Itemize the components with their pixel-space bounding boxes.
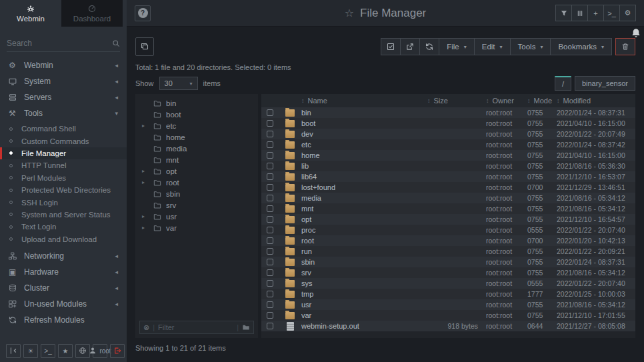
table-row[interactable]: libroot:root07552021/08/16 - 05:36:30 [261,161,635,171]
row-checkbox[interactable] [267,280,273,287]
sidebar-item-http-tunnel[interactable]: HTTP Tunnel [0,159,127,171]
column-header-modified[interactable]: ↕Modified [557,97,635,105]
select-all-button[interactable] [381,38,401,55]
sort-icon[interactable]: ↕ [557,97,560,104]
sidebar-item-custom-commands[interactable]: Custom Commands [0,135,127,147]
sidebar-item-refresh-modules[interactable]: Refresh Modules [0,312,127,328]
sidebar-item-command-shell[interactable]: Command Shell [0,123,127,135]
tree-item-root[interactable]: ▸root [135,177,258,188]
file-name[interactable]: opt [301,215,425,223]
sidebar-item-system-and-server-status[interactable]: System and Server Status [0,209,127,221]
column-header-size[interactable]: ↕Size [425,97,478,105]
expand-icon[interactable]: ▸ [142,213,153,219]
row-checkbox[interactable] [267,205,273,212]
file-name[interactable]: srv [301,269,425,277]
table-row[interactable]: etcroot:root07552022/01/24 - 08:37:42 [261,139,635,150]
sidebar-item-tools[interactable]: ⚒Tools▾ [0,105,127,121]
row-checkbox[interactable] [267,141,273,148]
shell-button[interactable]: >_ [41,344,55,358]
new-tab-button[interactable]: + [587,5,604,21]
sidebar-item-system[interactable]: System◂ [0,73,127,89]
table-row[interactable]: webmin-setup.out918 bytesroot:root064420… [261,321,635,331]
row-checkbox[interactable] [267,131,273,137]
filter-placeholder[interactable]: Filter [158,323,233,331]
tree-item-sbin[interactable]: sbin [135,188,258,199]
expand-icon[interactable]: ▸ [142,168,153,174]
file-name[interactable]: usr [301,301,425,309]
row-checkbox[interactable] [267,323,273,329]
terminal-button[interactable]: >_ [603,5,620,21]
sidebar-item-protected-web-directories[interactable]: Protected Web Directories [0,184,127,196]
page-size-select[interactable]: 30 ▾ [159,77,198,90]
sort-icon[interactable]: ↕ [527,97,531,104]
file-name[interactable]: mnt [301,205,425,213]
edit-menu[interactable]: Edit▾ [474,38,511,55]
logout-button[interactable] [110,344,125,358]
theme-toggle-button[interactable]: ☀ [23,344,38,358]
tree-item-mnt[interactable]: mnt [135,154,258,165]
file-name[interactable]: bin [301,109,425,117]
table-row[interactable]: mediaroot:root07552021/08/16 - 05:34:12 [261,193,635,203]
tree-item-opt[interactable]: ▸opt [135,165,258,177]
clear-filter-icon[interactable]: ⊗ [143,323,149,332]
row-checkbox[interactable] [267,109,273,116]
settings-button[interactable]: ⚙ [619,5,636,21]
file-name[interactable]: sys [301,279,425,287]
row-checkbox[interactable] [267,301,273,308]
file-name[interactable]: proc [301,226,425,234]
tree-item-bin[interactable]: bin [135,97,258,109]
row-checkbox[interactable] [267,173,273,180]
row-checkbox[interactable] [267,195,273,201]
filter-button[interactable] [555,5,572,21]
table-row[interactable]: varroot:root07552021/12/10 - 17:01:55 [261,310,635,321]
row-checkbox[interactable] [267,152,273,159]
expand-icon[interactable]: ▸ [142,179,153,185]
tree-item-etc[interactable]: ▸etc [135,120,258,131]
pause-button[interactable] [571,5,588,21]
table-row[interactable]: procroot:root05552022/01/22 - 20:07:40 [261,225,635,235]
help-button[interactable]: ? [135,5,151,21]
sidebar-item-hardware[interactable]: ▣Hardware◂ [0,264,127,280]
tools-menu[interactable]: Tools▾ [510,38,551,55]
tree-item-media[interactable]: media [135,143,258,154]
table-row[interactable]: runroot:root07552022/01/22 - 20:09:21 [261,246,635,257]
sidebar-item-cluster[interactable]: Cluster◂ [0,280,127,296]
row-checkbox[interactable] [267,216,273,223]
tree-item-home[interactable]: home [135,131,258,143]
file-name[interactable]: etc [301,141,425,149]
row-checkbox[interactable] [267,269,273,276]
table-row[interactable]: usrroot:root07552021/08/16 - 05:34:12 [261,299,635,310]
sidebar-item-networking[interactable]: Networking◂ [0,248,127,264]
table-row[interactable]: binroot:root07552022/01/24 - 08:37:31 [261,107,635,118]
sidebar-item-file-manager[interactable]: File Manager [0,147,127,159]
table-row[interactable]: bootroot:root07552021/04/10 - 16:15:00 [261,118,635,129]
clone-tab-button[interactable] [135,37,154,56]
column-header-owner[interactable]: ↕Owner [478,97,527,105]
file-name[interactable]: media [301,194,425,202]
table-row[interactable]: mntroot:root07552021/08/16 - 05:34:12 [261,203,635,214]
star-outline-icon[interactable]: ☆ [345,7,354,19]
sort-icon[interactable]: ↕ [486,97,489,104]
language-button[interactable] [75,344,90,358]
sidebar-item-upload-and-download[interactable]: Upload and Download [0,233,127,245]
bell-icon[interactable] [631,28,641,41]
favorites-button[interactable]: ★ [58,344,73,358]
table-row[interactable]: devroot:root07552022/01/22 - 20:07:49 [261,129,635,139]
table-row[interactable]: sbinroot:root07552022/01/24 - 08:37:31 [261,257,635,267]
file-name[interactable]: dev [301,130,425,138]
table-row[interactable]: homeroot:root07552021/04/10 - 16:15:00 [261,150,635,161]
sidebar-item-perl-modules[interactable]: Perl Modules [0,172,127,184]
export-button[interactable] [400,38,420,55]
row-checkbox[interactable] [267,259,273,265]
sort-icon[interactable]: ↕ [427,97,431,104]
column-header-name[interactable]: ↕Name [301,97,425,105]
table-row[interactable]: lib64root:root07552021/12/10 - 16:53:07 [261,171,635,182]
tree-item-srv[interactable]: srv [135,199,258,211]
tree-filter-bar[interactable]: ⊗ | Filter | [139,321,254,334]
table-row[interactable]: sysroot:root05552022/01/22 - 20:07:40 [261,278,635,289]
file-menu[interactable]: File▾ [439,38,475,55]
column-header-mode[interactable]: ↕Mode [527,97,557,105]
row-checkbox[interactable] [267,120,273,127]
row-checkbox[interactable] [267,312,273,319]
row-checkbox[interactable] [267,163,273,169]
